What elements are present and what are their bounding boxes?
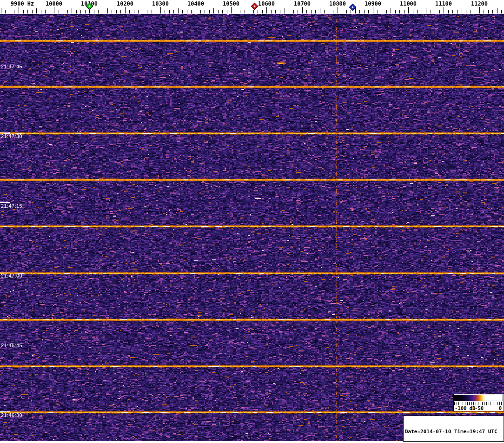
freq-tick-label: 10700 — [294, 0, 311, 7]
freq-tick-label: 9900 Hz — [11, 0, 34, 7]
frequency-ruler[interactable]: 9900 Hz100001010010200103001040010500106… — [0, 0, 504, 14]
time-label: 21:47:15 — [1, 203, 22, 209]
marker-center-dot — [88, 5, 90, 7]
info-box: Date=2014-07-10 Time=19:47 UTC Freq=143 … — [403, 416, 504, 442]
freq-tick-label: 10900 — [365, 0, 381, 7]
marker-center-dot — [351, 6, 353, 7]
time-label: 21:47:45 — [1, 64, 22, 69]
freq-tick-label: 10500 — [223, 0, 239, 7]
time-tick — [0, 272, 10, 272]
db-color-scale[interactable]: -100 dB -50 0 — [453, 394, 504, 411]
freq-tick-label: 11200 — [471, 0, 488, 7]
freq-tick-label: 10600 — [258, 0, 275, 7]
time-tick — [0, 132, 10, 133]
freq-tick-label: 10200 — [117, 0, 133, 7]
db-max-label: 0 — [499, 405, 502, 411]
marker-center-dot — [253, 5, 255, 7]
db-scale-labels: -100 dB -50 0 — [454, 405, 503, 411]
color-gradient-bar[interactable] — [454, 395, 503, 401]
waterfall-spectrogram[interactable] — [0, 14, 504, 441]
time-tick — [0, 342, 10, 342]
freq-tick-label: 10300 — [152, 0, 169, 7]
db-mid-label: -50 — [475, 405, 484, 411]
time-label: 21:46:45 — [1, 343, 22, 348]
time-tick — [0, 202, 10, 203]
time-label: 21:47:30 — [1, 133, 22, 139]
db-scale-ticks — [454, 402, 503, 405]
freq-tick-label: 10800 — [329, 0, 346, 7]
info-date-time: Date=2014-07-10 Time=19:47 UTC — [405, 429, 504, 435]
freq-tick-label: 10400 — [187, 0, 204, 7]
time-tick — [0, 411, 10, 412]
freq-tick-label: 11000 — [400, 0, 417, 7]
spectrogram-window: 9900 Hz100001010010200103001040010500106… — [0, 0, 504, 443]
time-tick — [0, 63, 10, 63]
freq-tick-label: 10000 — [46, 0, 62, 7]
time-label: 21:47:00 — [1, 273, 22, 278]
db-min-label: -100 dB — [455, 405, 475, 411]
freq-tick-label: 11100 — [435, 0, 452, 7]
time-label: 21:46:30 — [1, 412, 22, 418]
